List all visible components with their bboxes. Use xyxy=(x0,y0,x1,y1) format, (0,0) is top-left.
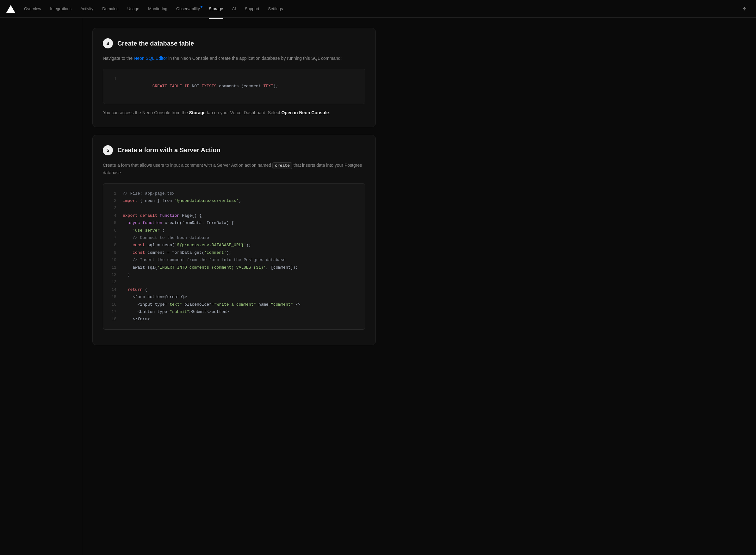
step-5-code-block: 1 // File: app/page.tsx 2 import { neon … xyxy=(103,183,365,330)
code-line: 16 <input type="text" placeholder="write… xyxy=(111,301,357,308)
code-line: 7 // Connect to the Neon database xyxy=(111,234,357,242)
code-line-1: 1 CREATE TABLE IF NOT EXISTS comments (c… xyxy=(111,75,357,97)
code-line: 4 export default function Page() { xyxy=(111,212,357,219)
code-line: 13 xyxy=(111,279,357,286)
neon-sql-editor-link[interactable]: Neon SQL Editor xyxy=(134,56,167,61)
step-4-desc: Navigate to the Neon SQL Editor in the N… xyxy=(103,55,365,62)
sidebar xyxy=(0,18,82,555)
code-line: 3 xyxy=(111,204,357,212)
nav-storage[interactable]: Storage xyxy=(205,4,227,13)
step-5-card: 5 Create a form with a Server Action Cre… xyxy=(92,135,376,345)
nav-monitoring[interactable]: Monitoring xyxy=(144,4,171,13)
step-5-number: 5 xyxy=(103,145,113,155)
code-line: 1 // File: app/page.tsx xyxy=(111,190,357,197)
nav-overview[interactable]: Overview xyxy=(20,4,45,13)
code-line: 12 } xyxy=(111,271,357,279)
step-4-code-block: 1 CREATE TABLE IF NOT EXISTS comments (c… xyxy=(103,69,365,104)
nav-observability[interactable]: Observability xyxy=(172,4,204,13)
code-line: 11 await sql('INSERT INTO comments (comm… xyxy=(111,264,357,271)
step-5-title: Create a form with a Server Action xyxy=(117,146,220,154)
code-line: 6 'use server'; xyxy=(111,227,357,234)
code-line: 10 // Insert the comment from the form i… xyxy=(111,256,357,264)
nav-domains[interactable]: Domains xyxy=(98,4,122,13)
code-line: 2 import { neon } from '@neondatabase/se… xyxy=(111,197,357,204)
main-content: 4 Create the database table Navigate to … xyxy=(0,18,756,555)
code-line: 8 const sql = neon(`${process.env.DATABA… xyxy=(111,242,357,249)
step-4-desc2: You can access the Neon Console from the… xyxy=(103,109,365,117)
code-line: 15 <form action={create}> xyxy=(111,293,357,301)
nav-activity[interactable]: Activity xyxy=(77,4,97,13)
code-line: 14 return ( xyxy=(111,286,357,293)
step-5-header: 5 Create a form with a Server Action xyxy=(103,145,365,155)
code-line: 5 async function create(formData: FormDa… xyxy=(111,219,357,226)
observability-dot xyxy=(201,6,203,8)
upload-icon[interactable] xyxy=(740,4,750,14)
nav-integrations[interactable]: Integrations xyxy=(46,4,75,13)
top-navigation: Overview Integrations Activity Domains U… xyxy=(0,0,756,18)
code-line: 17 <button type="submit">Submit</button> xyxy=(111,308,357,315)
code-line: 9 const comment = formData.get('comment'… xyxy=(111,249,357,256)
nav-usage[interactable]: Usage xyxy=(124,4,143,13)
content-area: 4 Create the database table Navigate to … xyxy=(82,18,386,555)
step-4-number: 4 xyxy=(103,38,113,48)
vercel-logo[interactable] xyxy=(6,4,15,13)
nav-settings[interactable]: Settings xyxy=(264,4,286,13)
step-4-card: 4 Create the database table Navigate to … xyxy=(92,28,376,127)
nav-ai[interactable]: AI xyxy=(228,4,240,13)
step-4-header: 4 Create the database table xyxy=(103,38,365,48)
nav-support[interactable]: Support xyxy=(241,4,263,13)
create-inline-code: create xyxy=(272,162,292,169)
step-4-title: Create the database table xyxy=(117,40,194,47)
code-line: 18 </form> xyxy=(111,315,357,323)
step-5-desc: Create a form that allows users to input… xyxy=(103,162,365,177)
